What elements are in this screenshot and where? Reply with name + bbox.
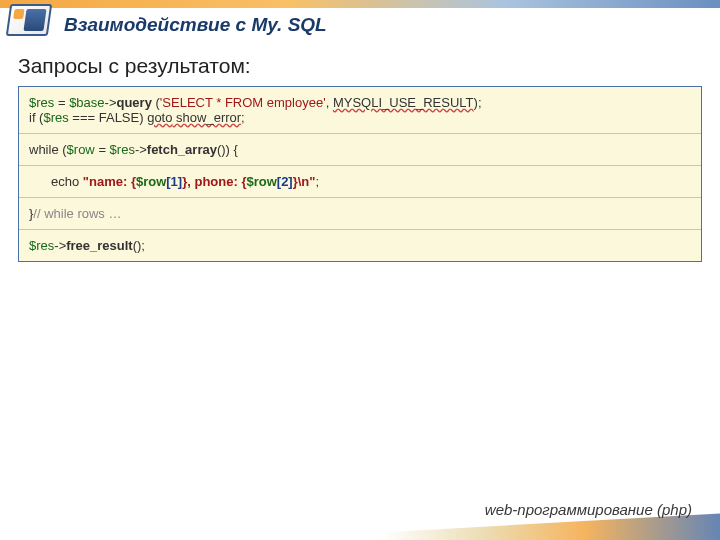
code-text: if ( [29,110,43,125]
code-text: ); [474,95,482,110]
code-text: ()) { [217,142,238,157]
code-text: (); [133,238,145,253]
code-var: $row [67,142,95,157]
code-var: $row [136,174,166,189]
code-text: -> [54,238,66,253]
code-line: while ($row = $res->fetch_array()) { [29,142,691,157]
code-text: , [326,95,333,110]
code-keyword: goto [147,110,172,125]
code-index: [2] [277,174,293,189]
header-strip [0,0,720,8]
code-index: [1] [166,174,182,189]
code-label: show_error [172,110,241,125]
code-comment: // while rows … [33,206,121,221]
code-text: -> [135,142,147,157]
code-var: $res [110,142,135,157]
code-block-4: }// while rows … [19,198,701,229]
code-method: fetch_array [147,142,217,157]
code-text: ; [241,110,245,125]
code-string: 'SELECT * FROM employee' [160,95,326,110]
page-title: Взаимодействие с My. SQL [64,14,702,36]
logo-icon [8,4,56,44]
code-block-3: echo "name: {$row[1]}, phone: {$row[2]}\… [19,166,701,197]
code-text: echo [51,174,83,189]
code-line: }// while rows … [29,206,691,221]
code-text: ( [152,95,160,110]
code-line: $res = $base->query ('SELECT * FROM empl… [29,95,691,110]
footer-text: web-программирование (php) [485,501,692,518]
code-block-1: $res = $base->query ('SELECT * FROM empl… [19,87,701,133]
code-line: echo "name: {$row[1]}, phone: {$row[2]}\… [29,174,691,189]
code-text: = [54,95,69,110]
code-var: $row [246,174,276,189]
code-block-5: $res->free_result(); [19,230,701,261]
code-text: while ( [29,142,67,157]
code-line: $res->free_result(); [29,238,691,253]
page-subtitle: Запросы с результатом: [0,46,720,84]
code-text: -> [105,95,117,110]
code-text: ; [315,174,319,189]
code-example: $res = $base->query ('SELECT * FROM empl… [18,86,702,262]
code-block-2: while ($row = $res->fetch_array()) { [19,134,701,165]
code-method: query [116,95,151,110]
code-text: = [95,142,110,157]
code-text: === FALSE) [69,110,147,125]
code-string: "name: { [83,174,136,189]
code-line: if ($res === FALSE) goto show_error; [29,110,691,125]
code-var: $res [29,238,54,253]
code-var: $res [29,95,54,110]
code-var: $res [43,110,68,125]
code-const: MYSQLI_USE_RESULT [333,95,474,110]
code-string: }, phone: { [182,174,246,189]
title-bar: Взаимодействие с My. SQL [0,8,720,46]
code-string: }\n" [293,174,316,189]
code-var: $base [69,95,104,110]
code-method: free_result [66,238,132,253]
